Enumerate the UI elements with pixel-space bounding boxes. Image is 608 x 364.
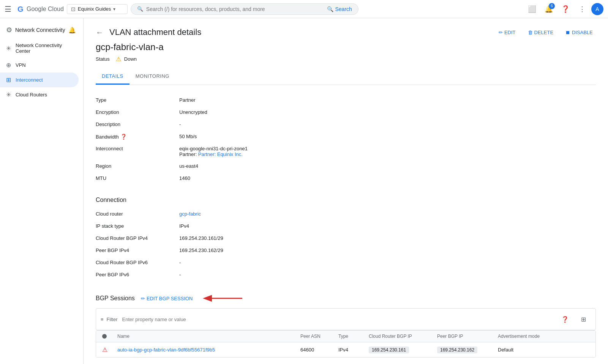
td-peer-asn: 64600	[300, 347, 338, 353]
detail-key-cr-bgp-ipv6: Cloud Router BGP IPv6	[96, 260, 179, 265]
detail-row-mtu: MTU 1460	[96, 172, 596, 184]
hamburger-icon: ☰	[5, 5, 11, 13]
detail-row-region: Region us-east4	[96, 160, 596, 172]
sidebar-bell-icon[interactable]: 🔔	[68, 27, 76, 34]
detail-key-bandwidth: Bandwidth ❓	[96, 134, 179, 140]
detail-row-bandwidth: Bandwidth ❓ 50 Mb/s	[96, 131, 596, 143]
tab-monitoring[interactable]: MONITORING	[129, 69, 175, 85]
tabs: DETAILS MONITORING	[96, 69, 596, 85]
search-label: Search	[335, 6, 352, 12]
connection-section: Connection Cloud router gcp-fabric IP st…	[96, 197, 596, 281]
notification-area: 🔔 6	[541, 2, 556, 17]
detail-value-interconnect: eqix-google-nni31-dc-pri-zone1 Partner: …	[179, 146, 248, 157]
detail-key-description: Description	[96, 121, 179, 127]
notification-badge: 6	[549, 3, 555, 9]
td-adv-mode: Default	[498, 347, 589, 353]
sidebar-item-cloud-routers[interactable]: ✳ Cloud Routers	[0, 87, 79, 102]
sidebar-item-label-vpn: VPN	[16, 62, 26, 68]
bgp-header: BGP Sessions ✏ EDIT BGP SESSION	[96, 293, 596, 304]
avatar[interactable]: A	[591, 3, 603, 15]
detail-value-cloud-router: gcp-fabric	[179, 211, 201, 217]
bgp-table: Name Peer ASN Type Cloud Router BGP IP P…	[96, 330, 596, 358]
back-icon: ←	[96, 28, 103, 37]
sidebar-item-label-cloud-routers: Cloud Routers	[16, 92, 47, 98]
filter-columns-button[interactable]: ⊞	[576, 312, 591, 327]
help-button[interactable]: ❓	[558, 2, 573, 17]
sidebar-item-network-connectivity-center[interactable]: ✳ Network Connectivity Center	[0, 39, 79, 58]
detail-row-type: Type Partner	[96, 94, 596, 106]
detail-row-peer-bgp-ipv6: Peer BGP IPv6 -	[96, 269, 596, 281]
detail-value-cr-bgp-ipv6: -	[179, 260, 181, 265]
cloud-router-link[interactable]: gcp-fabric	[179, 211, 201, 217]
project-selector[interactable]: ⊡ Equinix Guides ▾	[67, 4, 128, 14]
th-adv-mode: Advertisement mode	[498, 334, 589, 339]
detail-key-peer-bgp-ipv4: Peer BGP IPv4	[96, 247, 179, 253]
detail-key-mtu: MTU	[96, 175, 179, 181]
filter-icon: ≡	[101, 317, 104, 322]
sidebar: ⚙ Network Connectivity 🔔 ✳ Network Conne…	[0, 18, 84, 364]
detail-row-cloud-router: Cloud router gcp-fabric	[96, 208, 596, 220]
search-input[interactable]	[146, 6, 324, 12]
search-bar-icon: 🔍	[137, 6, 143, 12]
detail-row-encryption: Encryption Unencrypted	[96, 106, 596, 118]
detail-row-ip-stack: IP stack type IPv4	[96, 220, 596, 232]
bgp-sessions-section: BGP Sessions ✏ EDIT BGP SESSION	[96, 293, 596, 358]
th-peer-bgp-ip: Peer BGP IP	[437, 334, 498, 339]
detail-value-description: -	[179, 121, 181, 127]
network-center-icon: ✳	[6, 45, 11, 52]
th-peer-asn: Peer ASN	[300, 334, 338, 339]
hamburger-menu-button[interactable]: ☰	[5, 5, 11, 14]
search-icon: 🔍	[327, 6, 333, 12]
disable-button[interactable]: ⏹ DISABLE	[562, 28, 596, 37]
action-buttons: ✏ EDIT 🗑 DELETE ⏹ DISABLE	[496, 28, 596, 37]
bandwidth-help-icon[interactable]: ❓	[120, 134, 127, 140]
connection-heading: Connection	[96, 197, 596, 203]
svg-text:G: G	[17, 5, 24, 13]
td-name: auto-ia-bgp-gcp-fabric-vlan-9df6bf55671f…	[117, 347, 300, 353]
detail-row-peer-bgp-ipv4: Peer BGP IPv4 169.254.230.162/29	[96, 244, 596, 257]
sidebar-item-vpn[interactable]: ⊕ VPN	[0, 58, 79, 72]
terminal-button[interactable]: ⬜	[524, 2, 540, 17]
detail-row-description: Description -	[96, 118, 596, 131]
interconnect-partner: Partner: Partner: Equinix Inc.	[179, 151, 248, 157]
app-layout: ⚙ Network Connectivity 🔔 ✳ Network Conne…	[0, 18, 608, 364]
bgp-title: BGP Sessions	[96, 295, 135, 302]
topbar: ☰ G Google Cloud ⊡ Equinix Guides ▾ 🔍 🔍 …	[0, 0, 608, 18]
main-content: ← VLAN attachment details ✏ EDIT 🗑 DELET…	[84, 18, 608, 364]
detail-key-type: Type	[96, 97, 179, 103]
cloud-routers-icon: ✳	[6, 91, 11, 98]
interconnect-icon: ⊞	[6, 76, 11, 84]
equinix-link[interactable]: Partner: Equinix Inc.	[198, 151, 243, 157]
table-row: ⚠ auto-ia-bgp-gcp-fabric-vlan-9df6bf5567…	[96, 342, 595, 357]
tab-details[interactable]: DETAILS	[96, 69, 129, 85]
back-button[interactable]: ←	[96, 28, 103, 37]
detail-value-bandwidth: 50 Mb/s	[179, 134, 197, 139]
sidebar-item-interconnect[interactable]: ⊞ Interconnect	[0, 72, 79, 87]
google-logo-svg: G	[17, 5, 26, 13]
bgp-session-link[interactable]: auto-ia-bgp-gcp-fabric-vlan-9df6bf55671f…	[117, 347, 215, 353]
delete-button[interactable]: 🗑 DELETE	[525, 28, 557, 37]
detail-value-cr-bgp-ipv4: 169.254.230.161/29	[179, 235, 223, 241]
delete-label: DELETE	[534, 30, 554, 35]
td-cr-bgp-ip: 169.254.230.161	[369, 347, 437, 353]
page-header: ← VLAN attachment details ✏ EDIT 🗑 DELET…	[96, 27, 596, 37]
notification-button[interactable]: 🔔	[541, 2, 556, 17]
filter-label: Filter	[107, 317, 118, 322]
sidebar-title: Network Connectivity	[15, 27, 65, 33]
detail-value-mtu: 1460	[179, 175, 190, 181]
detail-value-type: Partner	[179, 97, 196, 103]
search-button[interactable]: 🔍 Search	[327, 6, 352, 12]
sidebar-item-label-ncc: Network Connectivity Center	[16, 43, 73, 54]
google-cloud-logo[interactable]: G Google Cloud	[17, 5, 64, 13]
more-options-button[interactable]: ⋮	[575, 2, 590, 17]
filter-input[interactable]	[122, 317, 554, 322]
status-row: Status ⚠ Down	[96, 55, 596, 63]
edit-button[interactable]: ✏ EDIT	[496, 28, 519, 37]
filter-help-button[interactable]: ❓	[557, 312, 573, 327]
detail-value-encryption: Unencrypted	[179, 109, 207, 115]
topbar-right: ⬜ 🔔 6 ❓ ⋮ A	[524, 2, 603, 17]
edit-bgp-session-button[interactable]: ✏ EDIT BGP SESSION	[141, 296, 193, 301]
vpn-icon: ⊕	[6, 61, 11, 69]
status-warning-icon: ⚠	[116, 55, 121, 63]
delete-icon: 🗑	[528, 30, 533, 35]
